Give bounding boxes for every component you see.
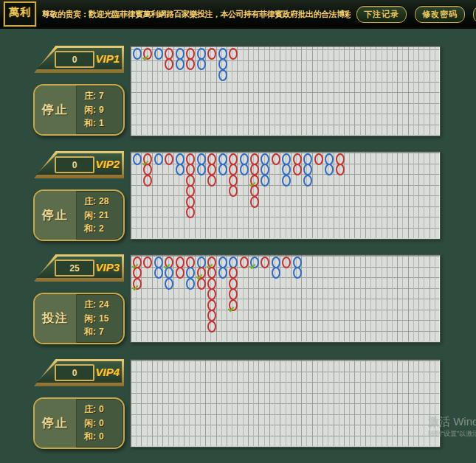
player-circle xyxy=(240,164,249,175)
player-label: 闲: xyxy=(84,313,96,324)
table-status-panel: 停止 庄:28 闲:21 和:2 xyxy=(33,189,125,241)
banker-count-row: 庄:24 xyxy=(84,299,123,311)
banker-circle xyxy=(143,175,152,187)
logo-subtitle: ····· xyxy=(15,18,24,21)
player-circle xyxy=(176,164,184,175)
tie-count: 7 xyxy=(99,327,104,337)
tie-count-row: 和:7 xyxy=(84,326,123,338)
table-status-panel: 停止 庄:7 闲:9 和:1 xyxy=(33,84,125,136)
logout-button[interactable]: 退出 xyxy=(473,6,476,23)
road-grid xyxy=(130,254,441,343)
banker-circle xyxy=(314,153,323,165)
table-status-panel: 投注 庄:24 闲:15 和:7 xyxy=(33,293,125,344)
tie-tick-icon xyxy=(228,305,235,312)
player-count-row: 闲:9 xyxy=(84,104,123,116)
tie-count-row: 和:1 xyxy=(84,117,123,130)
banker-circle xyxy=(250,196,259,208)
bet-amount-box: 0 xyxy=(55,51,94,68)
bet-amount-box: 25 xyxy=(55,260,94,276)
banker-label: 庄: xyxy=(84,91,96,101)
table-stats: 庄:28 闲:21 和:2 xyxy=(77,191,123,240)
table-status-panel: 停止 庄:0 闲:0 和:0 xyxy=(33,397,125,449)
table-status-badge: 停止 xyxy=(35,86,77,134)
banker-circle xyxy=(207,288,216,300)
player-circle xyxy=(250,257,259,268)
banker-circle xyxy=(261,257,269,268)
banker-circle xyxy=(165,58,173,70)
table-name-label: VIP3 xyxy=(95,261,120,274)
player-count: 15 xyxy=(99,313,108,324)
banker-circle xyxy=(240,257,249,268)
table-name-label: VIP4 xyxy=(95,366,120,378)
table-status-badge: 投注 xyxy=(35,294,77,343)
tie-label: 和: xyxy=(84,223,96,234)
table-name-label: VIP1 xyxy=(95,52,120,65)
table-row: 25 VIP3 投注 庄:24 闲:15 和:7 xyxy=(0,254,476,343)
table-tab[interactable]: 0 VIP4 xyxy=(34,359,124,386)
banker-label: 庄: xyxy=(84,404,96,414)
table-row: 0 VIP4 停止 庄:0 闲:0 和:0 xyxy=(0,359,476,448)
banker-circle xyxy=(229,299,238,311)
banker-circle xyxy=(176,267,184,279)
banker-circle xyxy=(282,257,291,268)
player-circle xyxy=(325,164,334,175)
banker-circle xyxy=(336,164,345,175)
tie-label: 和: xyxy=(84,118,96,128)
player-count: 21 xyxy=(99,210,108,220)
banker-circle xyxy=(186,58,195,70)
table-stats: 庄:7 闲:9 和:1 xyxy=(77,86,123,134)
banker-circle xyxy=(207,175,216,187)
banker-label: 庄: xyxy=(84,299,96,310)
player-count-row: 闲:0 xyxy=(84,417,123,430)
tie-count: 0 xyxy=(99,431,104,442)
table-stats: 庄:0 闲:0 和:0 xyxy=(77,399,123,448)
player-circle xyxy=(303,175,312,187)
banker-circle xyxy=(186,185,195,197)
welcome-marquee: 尊敬的贵宾：歡迎光臨菲律賓萬利網路百家樂投注，本公司持有菲律賓政府批出的合法博彩… xyxy=(42,9,351,20)
table-tab[interactable]: 25 VIP3 xyxy=(34,254,124,282)
banker-circle xyxy=(133,278,142,290)
table-tab[interactable]: 0 VIP2 xyxy=(34,151,124,178)
player-circle xyxy=(154,267,163,279)
logo-title: 萬利 xyxy=(9,7,31,18)
banker-count-row: 庄:0 xyxy=(84,403,123,416)
player-circle xyxy=(133,153,142,165)
road-grid xyxy=(130,46,441,136)
table-status-badge: 停止 xyxy=(35,191,77,240)
banker-count: 0 xyxy=(99,404,104,414)
banker-circle xyxy=(250,185,259,197)
player-circle xyxy=(261,175,269,187)
app-logo: 萬利 ····· xyxy=(4,1,36,27)
player-count-row: 闲:15 xyxy=(84,313,123,325)
banker-label: 庄: xyxy=(84,196,96,206)
tie-tick-icon xyxy=(142,54,149,60)
player-circle xyxy=(197,58,206,70)
banker-circle xyxy=(272,153,280,165)
table-status-badge: 停止 xyxy=(35,399,77,448)
bet-amount-box: 0 xyxy=(55,364,94,381)
player-count-row: 闲:21 xyxy=(84,209,123,222)
tie-count-row: 和:0 xyxy=(84,431,123,443)
player-count: 9 xyxy=(99,105,104,115)
player-circle xyxy=(176,58,184,70)
player-circle xyxy=(154,48,163,60)
banker-count: 28 xyxy=(99,196,108,206)
player-circle xyxy=(218,164,227,175)
tie-count: 2 xyxy=(99,223,104,234)
tie-label: 和: xyxy=(84,327,96,337)
table-tab[interactable]: 0 VIP1 xyxy=(34,46,124,73)
header-buttons: 下注记录 修改密码 退出 xyxy=(356,6,476,23)
player-circle xyxy=(165,278,173,290)
road-grid xyxy=(130,359,441,448)
bet-records-button[interactable]: 下注记录 xyxy=(356,6,407,23)
banker-circle xyxy=(197,278,206,290)
player-label: 闲: xyxy=(84,210,96,220)
player-circle xyxy=(197,164,206,175)
player-circle xyxy=(218,267,227,279)
banker-circle xyxy=(207,310,216,321)
tie-count: 1 xyxy=(99,118,104,128)
change-password-button[interactable]: 修改密码 xyxy=(415,6,465,23)
tie-tick-icon xyxy=(249,262,255,269)
banker-circle xyxy=(229,48,238,60)
banker-count-row: 庄:7 xyxy=(84,90,123,102)
